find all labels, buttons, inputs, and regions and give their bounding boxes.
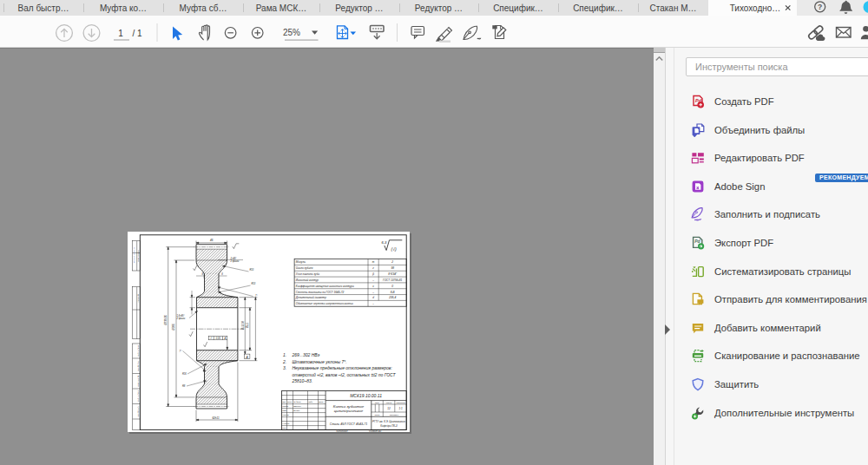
- svg-text:Модуль: Модуль: [296, 260, 306, 264]
- svg-text:3.: 3.: [283, 365, 286, 370]
- svg-text:№ докум.: № докум.: [293, 401, 301, 403]
- svg-text:1:1: 1:1: [398, 407, 403, 410]
- svg-text:Инв. № подл.: Инв. № подл.: [137, 405, 139, 416]
- svg-text:–: –: [372, 291, 374, 294]
- svg-text:Перв. примен.: Перв. примен.: [137, 249, 139, 261]
- svg-text:62h11: 62h11: [212, 416, 219, 420]
- svg-text:Инв. № дубл.: Инв. № дубл.: [137, 360, 139, 371]
- svg-text:Листов 1: Листов 1: [389, 414, 399, 416]
- svg-text:98: 98: [391, 266, 394, 270]
- svg-text:-: -: [373, 302, 374, 305]
- svg-text:Лит.: Лит.: [374, 402, 380, 403]
- svg-text:/ 1: / 1: [132, 29, 142, 38]
- svg-text:Ø111: Ø111: [246, 322, 249, 329]
- svg-text:Pd: Pd: [694, 239, 700, 244]
- svg-text:z: z: [372, 266, 374, 270]
- svg-text:Степень точности по ГОСТ 1643-: Степень точности по ГОСТ 1643-72: [296, 291, 345, 294]
- svg-text:цилиндрическое: цилиндрическое: [334, 409, 364, 413]
- svg-text:Угол наклона зуба: Угол наклона зуба: [296, 272, 319, 276]
- svg-text:2: 2: [391, 260, 393, 264]
- svg-text:Дунаев: Дунаев: [293, 409, 299, 411]
- svg-text:Т.контр.: Т.контр.: [282, 414, 290, 416]
- svg-text:0: 0: [391, 285, 393, 288]
- svg-text:Штамповочные уклоны 7°.: Штамповочные уклоны 7°.: [293, 359, 347, 364]
- svg-text:1,6×45°: 1,6×45°: [177, 314, 185, 318]
- svg-text:ГОСТ 13755-81: ГОСТ 13755-81: [383, 278, 403, 282]
- svg-text:Исходный контур: Исходный контур: [296, 278, 319, 282]
- svg-text:46: 46: [210, 239, 214, 242]
- svg-text:Число зубьев: Число зубьев: [296, 266, 313, 270]
- svg-text:Формат А3: Формат А3: [369, 429, 382, 432]
- svg-text:Орешкин: Орешкин: [293, 405, 301, 407]
- svg-text:Неуказанные предельные отклоне: Неуказанные предельные отклонения размер…: [293, 365, 393, 370]
- svg-text:Изм.: Изм.: [282, 401, 286, 403]
- svg-text:R10: R10: [250, 268, 254, 272]
- svg-text:25810–83.: 25810–83.: [292, 378, 313, 383]
- svg-text:Масса: Масса: [386, 402, 392, 403]
- svg-text:Взам. инв. №: Взам. инв. №: [137, 375, 139, 387]
- svg-text:1.: 1.: [283, 352, 286, 357]
- svg-text://: //: [210, 337, 213, 340]
- svg-text:РГТУ им. К.Э. Циолковского: РГТУ им. К.Э. Циолковского: [372, 420, 405, 423]
- svg-text:Подп.: Подп.: [308, 401, 313, 403]
- svg-text:Дата: Дата: [318, 401, 324, 403]
- svg-text:m: m: [372, 260, 375, 264]
- svg-text:12: 12: [387, 407, 391, 410]
- svg-text:x: x: [372, 285, 374, 288]
- svg-text:R16: R16: [182, 372, 187, 376]
- svg-text:8°6′34″: 8°6′34″: [388, 272, 398, 276]
- svg-text:Н.контр.: Н.контр.: [282, 422, 290, 424]
- svg-text:–: –: [372, 278, 374, 282]
- svg-text:235,4: 235,4: [388, 296, 396, 299]
- svg-text:Копировал: Копировал: [337, 429, 348, 432]
- svg-text:Коэффициент смещения исходного: Коэффициент смещения исходного контура: [296, 285, 354, 288]
- svg-text:Утв.: Утв.: [282, 427, 286, 429]
- svg-text:Сталь 45Л ГОСТ 4543-71: Сталь 45Л ГОСТ 4543-71: [330, 422, 367, 426]
- svg-text:β: β: [372, 272, 374, 276]
- svg-text:Кафедра ПК-3: Кафедра ПК-3: [380, 424, 398, 428]
- svg-text:8-В: 8-В: [391, 291, 395, 294]
- svg-text:1: 1: [118, 29, 123, 38]
- svg-text:R8: R8: [182, 384, 186, 388]
- svg-text:25%: 25%: [283, 28, 300, 37]
- svg-text:Ø112,08: Ø112,08: [241, 321, 245, 331]
- svg-text:Пров.: Пров.: [282, 409, 287, 411]
- svg-text:2 фаски: 2 фаски: [230, 259, 240, 263]
- svg-text:0,05: 0,05: [216, 337, 221, 340]
- svg-text:Масштаб: Масштаб: [396, 402, 405, 403]
- svg-text:d: d: [372, 296, 374, 299]
- svg-text:269...302 НВэ: 269...302 НВэ: [292, 352, 320, 357]
- svg-text:Колесо зубчатое: Колесо зубчатое: [333, 404, 365, 409]
- svg-text:8: 8: [221, 272, 223, 276]
- svg-text:R10: R10: [252, 282, 256, 285]
- svg-text:7°: 7°: [255, 294, 257, 298]
- svg-text:Обозначение чертежа сопряженно: Обозначение чертежа сопряженного колеса: [296, 302, 353, 305]
- svg-text:Ø239,36: Ø239,36: [164, 315, 168, 326]
- svg-text:?: ?: [818, 3, 822, 11]
- svg-text:6,3: 6,3: [382, 240, 387, 245]
- svg-text:Разраб.: Разраб.: [282, 405, 289, 407]
- svg-text:2 фаски: 2 фаски: [176, 317, 186, 320]
- svg-text:А: А: [224, 337, 227, 340]
- svg-text:2×45°: 2×45°: [230, 257, 237, 260]
- svg-text:Делительный диаметр: Делительный диаметр: [295, 296, 326, 299]
- svg-text:2.: 2.: [282, 359, 286, 364]
- svg-text:МСК19.10.00.11: МСК19.10.00.11: [350, 393, 382, 398]
- svg-text:7°: 7°: [180, 350, 181, 353]
- svg-text:Справ. №: Справ. №: [137, 293, 139, 302]
- svg-text:отверстий +t2, валов –t2, оста: отверстий +t2, валов –t2, остальных ±t2 …: [293, 372, 397, 377]
- svg-text:Ø206: Ø206: [172, 324, 175, 331]
- svg-text:Подп. и дата: Подп. и дата: [137, 344, 139, 357]
- svg-text:Лист: Лист: [374, 414, 380, 416]
- svg-text:Лист: Лист: [286, 401, 292, 403]
- svg-text:Подп. и дата: Подп. и дата: [137, 390, 139, 402]
- svg-text:(√): (√): [391, 246, 397, 252]
- svg-text:МСК19.10.00.11: МСК19.10.00.11: [133, 246, 135, 263]
